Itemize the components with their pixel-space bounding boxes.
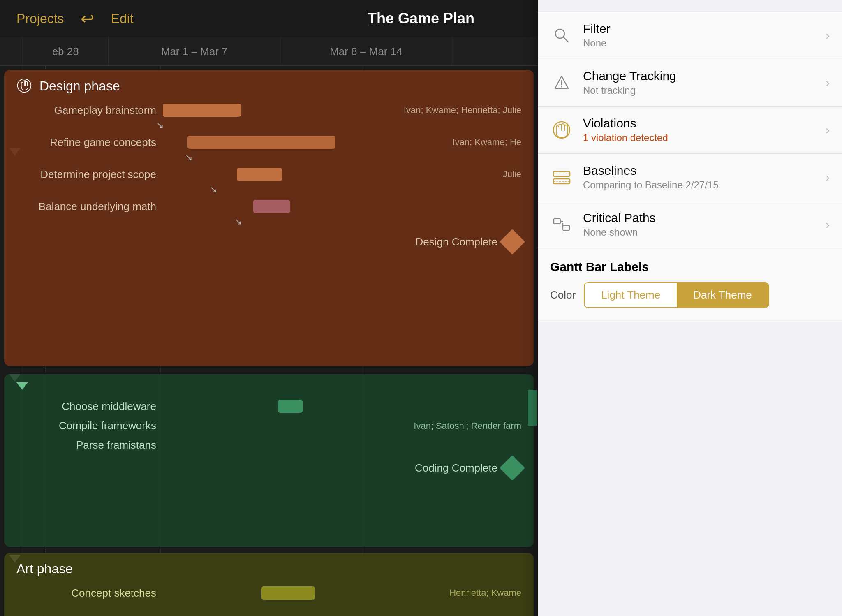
baselines-menu-item[interactable]: Baselines Comparing to Baseline 2/27/15 … [538,154,842,201]
task-label: Refine game concepts [29,136,156,149]
page-title: The Game Plan [368,10,474,27]
critical-paths-chevron: › [826,218,830,232]
table-row: Balance underlying math [29,197,521,216]
dep-arrow: ↘ [29,152,521,164]
table-row: Gameplay brainstorm Ivan; Kwame; Henriet… [29,100,521,120]
critical-paths-text: Critical Paths None shown [583,211,826,238]
edit-button[interactable]: Edit [111,11,134,26]
color-label: Color [550,289,576,301]
art-tasks: Concept sketches Henrietta; Kwame [16,583,521,603]
coding-tasks: Choose middleware Compile frameworks Iva… [16,396,521,481]
panel-title: View [538,0,842,12]
violations-menu-item[interactable]: Violations 1 violation detected › [538,107,842,154]
table-row: Concept sketches Henrietta; Kwame [29,583,521,603]
dep-arrow: ↘ [29,120,521,132]
dep-arrow: ↘ [29,184,521,197]
task-bar [187,136,335,149]
task-bar [163,104,241,117]
dep-arrow: ↘ [29,216,521,229]
baselines-label: Baselines [583,164,826,178]
task-bar [237,168,282,181]
gantt-area: Design phase ↑ Gameplay brainstorm Ivan;… [0,66,538,616]
task-bar [261,586,315,600]
task-label: Concept sketches [29,587,156,600]
task-label: Gameplay brainstorm [29,104,156,117]
back-button[interactable]: ↩ [81,9,95,28]
critical-paths-menu-item[interactable]: Critical Paths None shown › [538,201,842,248]
critical-paths-sublabel: None shown [583,227,826,238]
table-row: Parse framistans [29,435,521,455]
gantt-bar-labels-title: Gantt Bar Labels [550,260,830,274]
task-resources: Julie [503,169,521,180]
filter-icon [550,24,573,47]
right-edge-green-bar [528,390,537,426]
design-phase-block: Design phase ↑ Gameplay brainstorm Ivan;… [4,70,534,366]
up-arrow: ↑ [62,105,67,117]
task-resources: Ivan; Kwame; He [452,137,521,148]
filter-chevron: › [826,28,830,42]
light-theme-button[interactable]: Light Theme [585,283,677,307]
task-label: Choose middleware [29,400,156,413]
task-label: Balance underlying math [29,200,156,213]
baselines-sublabel: Comparing to Baseline 2/27/15 [583,179,826,191]
svg-point-9 [561,86,562,88]
milestone-label: Coding Complete [415,462,497,475]
coding-milestone-row: Coding Complete [29,455,521,481]
timeline-col-mar1: Mar 1 – Mar 7 [109,37,280,65]
design-tasks: Gameplay brainstorm Ivan; Kwame; Henriet… [16,100,521,255]
table-row: Determine project scope Julie [29,164,521,184]
timeline-col-feb: eb 28 [23,37,109,65]
task-bar [278,400,303,413]
change-tracking-menu-item[interactable]: Change Tracking Not tracking › [538,59,842,107]
art-phase-title: Art phase [16,561,73,577]
task-resources: Henrietta; Kwame [449,588,521,598]
gantt-bar-labels-section: Gantt Bar Labels Color Light Theme Dark … [538,248,842,320]
violations-text: Violations 1 violation detected [583,116,826,144]
dark-theme-button[interactable]: Dark Theme [677,283,768,307]
task-label: Parse framistans [29,439,156,452]
projects-button[interactable]: Projects [16,11,64,26]
filter-menu-item[interactable]: Filter None › [538,12,842,59]
baselines-text: Baselines Comparing to Baseline 2/27/15 [583,164,826,191]
task-resources: Ivan; Satoshi; Render farm [414,421,521,431]
table-row: Compile frameworks Ivan; Satoshi; Render… [29,416,521,435]
change-tracking-label: Change Tracking [583,69,826,83]
filter-sublabel: None [583,37,826,49]
change-tracking-text: Change Tracking Not tracking [583,69,826,96]
violations-chevron: › [826,123,830,137]
task-bar [253,200,290,213]
coding-phase-block: Choose middleware Compile frameworks Iva… [4,374,534,547]
art-phase-block: Art phase Concept sketches Henrietta; Kw… [4,553,534,616]
table-row: Choose middleware [29,396,521,416]
table-row: Refine game concepts Ivan; Kwame; He [29,132,521,152]
svg-rect-16 [563,225,569,230]
violations-icon [550,118,573,141]
change-tracking-sublabel: Not tracking [583,85,826,96]
critical-paths-icon [550,213,573,236]
baselines-chevron: › [826,170,830,184]
violations-sublabel: 1 violation detected [583,132,826,144]
task-resources: Ivan; Kwame; Henrietta; Julie [404,105,521,116]
task-label: Compile frameworks [29,419,156,432]
filter-text: Filter None [583,22,826,49]
theme-toggle: Light Theme Dark Theme [584,282,769,308]
violations-label: Violations [583,116,826,130]
design-phase-title: Design phase [39,79,120,94]
change-tracking-chevron: › [826,76,830,90]
color-row: Color Light Theme Dark Theme [550,282,830,308]
svg-rect-15 [554,219,560,224]
coding-collapse-triangle [16,382,28,390]
svg-rect-11 [553,171,570,176]
baselines-icon [550,166,573,189]
design-phase-icon [16,78,32,94]
view-panel: View Filter None › [538,0,842,616]
critical-paths-label: Critical Paths [583,211,826,225]
svg-rect-12 [553,179,570,184]
design-milestone-row: Design Complete [29,229,521,255]
milestone-label: Design Complete [416,236,497,248]
coding-milestone-diamond [500,455,525,481]
milestone-diamond [500,229,525,255]
change-tracking-icon [550,71,573,94]
task-label: Determine project scope [29,168,156,181]
svg-line-7 [563,37,568,42]
